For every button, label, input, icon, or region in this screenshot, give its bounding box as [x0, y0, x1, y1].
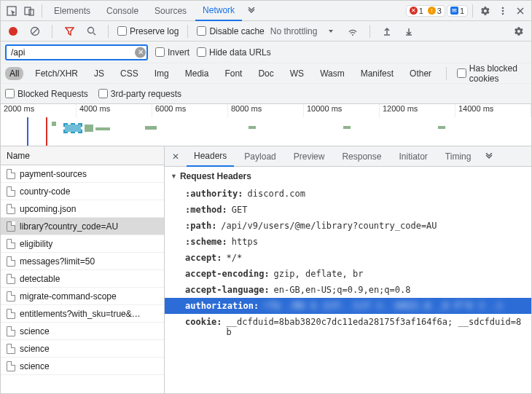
type-fetch-xhr[interactable]: Fetch/XHR [31, 67, 82, 80]
hide-data-urls-checkbox[interactable]: Hide data URLs [197, 47, 271, 58]
filter-icon[interactable] [61, 23, 77, 39]
kebab-menu-icon[interactable] [495, 3, 511, 19]
type-all[interactable]: All [5, 67, 23, 80]
download-har-icon[interactable] [401, 23, 417, 39]
svg-point-4 [502, 9, 504, 12]
preserve-log-checkbox[interactable]: Preserve log [117, 26, 179, 36]
detail-tabbar: ✕ Headers Payload Preview Response Initi… [165, 146, 531, 167]
header-row[interactable]: accept-encodinggzip, deflate, br [165, 266, 531, 282]
request-row[interactable]: eligibility [1, 235, 164, 253]
type-other[interactable]: Other [405, 67, 436, 80]
header-key: :method [185, 205, 227, 215]
upload-har-icon[interactable] [379, 23, 395, 39]
disable-cache-checkbox[interactable]: Disable cache [197, 26, 264, 36]
tab-console[interactable]: Console [99, 1, 146, 21]
type-wasm[interactable]: Wasm [316, 67, 349, 80]
request-row[interactable]: science [1, 340, 164, 358]
clear-icon[interactable] [27, 23, 43, 39]
detail-tab-preview[interactable]: Preview [286, 146, 332, 167]
file-icon [7, 169, 15, 179]
header-row[interactable]: :authoritydiscord.com [165, 186, 531, 202]
request-row[interactable]: science [1, 323, 164, 340]
file-icon [7, 309, 15, 319]
request-row[interactable]: science [1, 358, 164, 375]
throttling-caret-icon[interactable] [323, 23, 339, 39]
type-filter-bar: All Fetch/XHR JS CSS Img Media Font Doc … [1, 63, 531, 84]
tick: 6000 ms [152, 104, 228, 117]
request-list-panel: Name payment-sourcescountry-codeupcoming… [1, 146, 165, 393]
request-name: detectable [20, 274, 60, 284]
filter-input[interactable] [5, 44, 148, 60]
header-key: accept [185, 253, 222, 263]
detail-tab-initiator[interactable]: Initiator [391, 146, 434, 167]
header-row[interactable]: accept*/* [165, 250, 531, 266]
header-key: accept-language [185, 285, 270, 295]
request-row[interactable]: upcoming.json [1, 200, 164, 218]
invert-checkbox[interactable]: Invert [155, 47, 189, 58]
blocked-requests-checkbox[interactable]: Blocked Requests [5, 89, 88, 99]
svg-point-10 [352, 34, 353, 36]
settings-icon[interactable] [477, 3, 493, 19]
type-font[interactable]: Font [220, 67, 246, 80]
blocked-cookies-checkbox[interactable]: Has blocked cookies [457, 63, 527, 84]
header-row[interactable]: cookie__dcfduid=8bab3820c7dc11eda28175f3… [165, 314, 531, 340]
file-icon [7, 361, 15, 371]
type-media[interactable]: Media [181, 67, 214, 80]
divider [446, 67, 447, 80]
record-button[interactable] [5, 23, 21, 39]
request-row[interactable]: country-code [1, 183, 164, 200]
timeline-overview[interactable]: 2000 ms 4000 ms 6000 ms 8000 ms 10000 ms… [1, 104, 531, 146]
close-devtools-icon[interactable] [512, 3, 528, 19]
inspect-icon[interactable] [4, 3, 20, 19]
detail-tab-timing[interactable]: Timing [438, 146, 479, 167]
detail-tab-headers[interactable]: Headers [187, 146, 234, 167]
request-row[interactable]: entitlements?with_sku=true&… [1, 305, 164, 323]
header-row[interactable]: :path/api/v9/users/@me/library?country_c… [165, 218, 531, 234]
request-row[interactable]: library?country_code=AU [1, 218, 164, 235]
tick: 10000 ms [304, 104, 380, 117]
header-row[interactable]: accept-languageen-GB,en-US;q=0.9,en;q=0.… [165, 282, 531, 298]
tab-network[interactable]: Network [195, 1, 242, 21]
header-row[interactable]: :schemehttps [165, 234, 531, 250]
clear-filter-icon[interactable]: ✕ [135, 47, 146, 58]
timeline-ticks: 2000 ms 4000 ms 6000 ms 8000 ms 10000 ms… [1, 104, 531, 117]
third-party-checkbox[interactable]: 3rd-party requests [98, 89, 181, 99]
type-filter-bar-2: Blocked Requests 3rd-party requests [1, 84, 531, 104]
messages-badge[interactable]: ✉1 [447, 5, 468, 17]
type-css[interactable]: CSS [116, 67, 143, 80]
request-headers-section[interactable]: Request Headers [165, 167, 531, 186]
panel-tabbar: Elements Console Sources Network ✕1 !3 ✉… [1, 1, 531, 21]
type-img[interactable]: Img [150, 67, 173, 80]
header-row[interactable]: :methodGET [165, 202, 531, 218]
svg-line-9 [93, 33, 95, 35]
request-row[interactable]: detectable [1, 270, 164, 288]
type-doc[interactable]: Doc [254, 67, 278, 80]
request-row[interactable]: payment-sources [1, 165, 164, 183]
network-conditions-icon[interactable] [345, 23, 361, 39]
more-tabs-icon[interactable] [243, 3, 259, 19]
tab-elements[interactable]: Elements [47, 1, 98, 21]
type-js[interactable]: JS [90, 67, 109, 80]
detail-tab-payload[interactable]: Payload [237, 146, 283, 167]
more-detail-tabs-icon[interactable] [481, 149, 497, 165]
issues-badge[interactable]: ✕1 !3 [406, 5, 445, 17]
tab-sources[interactable]: Sources [147, 1, 194, 21]
device-mode-icon[interactable] [21, 3, 37, 19]
type-ws[interactable]: WS [286, 67, 308, 80]
file-icon [7, 239, 15, 249]
type-manifest[interactable]: Manifest [356, 67, 398, 80]
request-list[interactable]: payment-sourcescountry-codeupcoming.json… [1, 165, 164, 393]
svg-point-3 [502, 7, 504, 9]
detail-body[interactable]: Request Headers :authoritydiscord.com:me… [165, 167, 531, 393]
detail-tab-response[interactable]: Response [335, 146, 388, 167]
name-column-header[interactable]: Name [1, 146, 164, 165]
request-row[interactable]: migrate-command-scope [1, 288, 164, 305]
close-details-icon[interactable]: ✕ [168, 151, 184, 162]
search-icon[interactable] [83, 23, 99, 39]
warning-count: !3 [428, 7, 442, 15]
header-row[interactable]: authorization•Tk .M0 k ZJT. IJT C. kMZI.… [165, 298, 531, 314]
network-settings-icon[interactable] [511, 23, 527, 39]
request-row[interactable]: messages?limit=50 [1, 253, 164, 270]
throttling-select[interactable]: No throttling [270, 26, 318, 36]
file-icon [7, 256, 15, 267]
